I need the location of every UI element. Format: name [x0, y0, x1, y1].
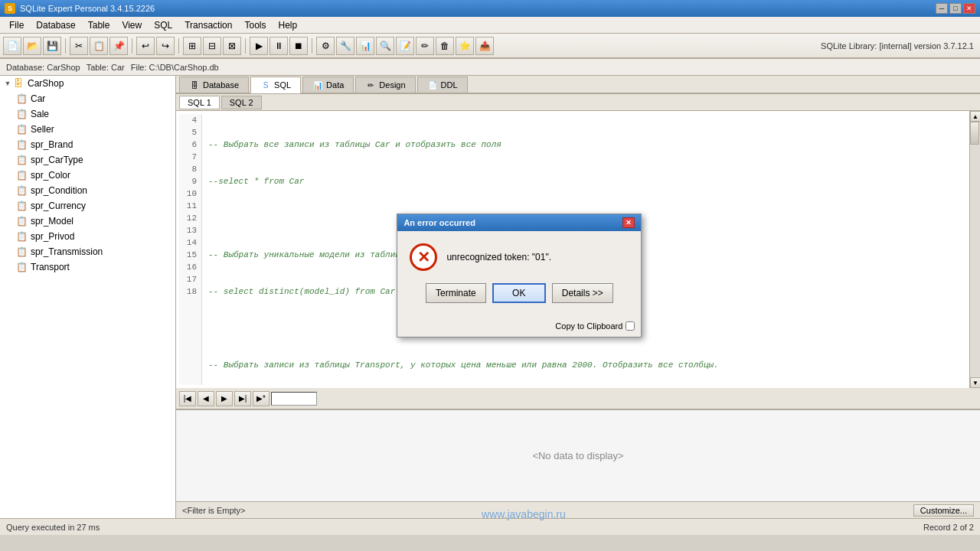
dialog-message: unrecognized token: "01".: [446, 252, 551, 262]
tree-item-spr-color[interactable]: 📋 spr_Color: [0, 168, 175, 183]
nav-prev[interactable]: ◀: [198, 391, 214, 406]
table-label: Sale: [31, 109, 49, 119]
toolbar-b5[interactable]: ⏸: [270, 37, 288, 55]
toolbar-cut[interactable]: ✂: [70, 37, 88, 55]
toolbar-b6[interactable]: ⏹: [289, 37, 308, 55]
tab-database[interactable]: 🗄 Database: [179, 77, 249, 93]
terminate-button[interactable]: Terminate: [426, 283, 486, 303]
db-tab-icon: 🗄: [189, 80, 200, 90]
menu-file[interactable]: File: [3, 18, 30, 32]
dialog-title: An error occurred: [403, 218, 475, 227]
record-input[interactable]: [271, 392, 317, 406]
scroll-thumb[interactable]: [970, 122, 979, 145]
maximize-button[interactable]: □: [949, 3, 962, 14]
tab-design[interactable]: ✏ Design: [355, 77, 415, 93]
menu-bar: File Database Table View SQL Transaction…: [0, 17, 980, 34]
tree-item-spr-privod[interactable]: 📋 spr_Privod: [0, 229, 175, 244]
tree-item-sale[interactable]: 📋 Sale: [0, 106, 175, 122]
table-icon: 📋: [15, 215, 28, 227]
sql-tab-icon: S: [260, 80, 271, 90]
tree-item-spr-transmission[interactable]: 📋 spr_Transmission: [0, 244, 175, 259]
toolbar-paste[interactable]: 📌: [109, 37, 128, 55]
tree-item-spr-brand[interactable]: 📋 spr_Brand: [0, 137, 175, 152]
toolbar-b10[interactable]: 🔍: [376, 37, 394, 55]
menu-transaction[interactable]: Transaction: [178, 18, 238, 32]
scroll-up[interactable]: ▲: [970, 111, 980, 122]
toolbar-b12[interactable]: ✏: [416, 37, 434, 55]
tree-item-spr-cartype[interactable]: 📋 spr_CarType: [0, 152, 175, 168]
tree-root[interactable]: ▼ 🗄 CarShop: [0, 76, 175, 91]
status-bar: Query executed in 27 ms Record 2 of 2: [0, 518, 980, 535]
nav-next[interactable]: ▶: [216, 391, 233, 406]
toolbar-new[interactable]: 📄: [3, 37, 21, 55]
toolbars: 📄 📂 💾 ✂ 📋 📌 ↩ ↪ ⊞ ⊟ ⊠ ▶ ⏸ ⏹ ⚙ 🔧 📊 🔍 📝 ✏ …: [0, 34, 980, 59]
title-bar: S SQLite Expert Personal 3.4.15.2226 ─ □…: [0, 0, 980, 17]
toolbar-copy[interactable]: 📋: [90, 37, 108, 55]
sql-tab-bar: SQL 1 SQL 2: [176, 94, 980, 111]
code-line-10: -- Выбрать записи из таблицы Transport, …: [208, 359, 966, 371]
toolbar-b13[interactable]: 🗑: [436, 37, 454, 55]
minimize-button[interactable]: ─: [936, 3, 948, 14]
db-icon: 🗄: [12, 77, 24, 90]
copy-checkbox[interactable]: [626, 321, 635, 331]
table-label: spr_Color: [31, 170, 70, 181]
toolbar-sep1: [65, 38, 66, 54]
sqlite-version: SQLite Library: [internal] version 3.7.1…: [821, 41, 974, 51]
table-icon: 📋: [15, 154, 28, 166]
tab-sql[interactable]: S SQL: [250, 77, 301, 93]
ok-button[interactable]: OK: [492, 283, 546, 303]
toolbar-b9[interactable]: 📊: [356, 37, 374, 55]
toolbar-b4[interactable]: ▶: [250, 37, 268, 55]
sql-tab-1[interactable]: SQL 1: [179, 96, 220, 109]
toolbar-b7[interactable]: ⚙: [316, 37, 335, 55]
tab-ddl[interactable]: 📄 DDL: [417, 77, 468, 93]
toolbar-b2[interactable]: ⊟: [203, 37, 221, 55]
toolbar-left: 📄 📂 💾 ✂ 📋 📌 ↩ ↪ ⊞ ⊟ ⊠ ▶ ⏸ ⏹ ⚙ 🔧 📊 🔍 📝 ✏ …: [0, 34, 497, 58]
menu-view[interactable]: View: [116, 18, 148, 32]
sql-tab-2[interactable]: SQL 2: [221, 96, 262, 109]
tree-item-seller[interactable]: 📋 Seller: [0, 122, 175, 137]
tree-item-spr-condition[interactable]: 📋 spr_Condition: [0, 183, 175, 198]
menu-sql[interactable]: SQL: [148, 18, 178, 32]
line-numbers: 4 5 6 7 8 9 10 11 12 13 14 15 16 17 18: [179, 114, 202, 385]
toolbar-sep2: [132, 38, 132, 54]
expand-icon: ▼: [3, 79, 12, 88]
dialog-footer: Copy to Clipboard: [397, 321, 641, 337]
nav-new[interactable]: ▶*: [253, 391, 270, 406]
tree-item-spr-currency[interactable]: 📋 spr_Currency: [0, 198, 175, 214]
menu-database[interactable]: Database: [30, 18, 81, 32]
toolbar-b1[interactable]: ⊞: [183, 37, 201, 55]
toolbar-undo[interactable]: ↩: [136, 37, 155, 55]
toolbar-b8[interactable]: 🔧: [336, 37, 354, 55]
menu-tools[interactable]: Tools: [238, 18, 272, 32]
toolbar-b15[interactable]: 📤: [475, 37, 494, 55]
nav-first[interactable]: |◀: [179, 391, 196, 406]
dialog-close-button[interactable]: ✕: [622, 217, 635, 228]
tree-item-transport[interactable]: 📋 Transport: [0, 259, 175, 275]
tree-item-spr-model[interactable]: 📋 spr_Model: [0, 214, 175, 229]
tree-item-car[interactable]: 📋 Car: [0, 91, 175, 106]
code-line-5: --select * from Car: [208, 175, 966, 187]
toolbar-save[interactable]: 💾: [43, 37, 61, 55]
menu-table[interactable]: Table: [82, 18, 116, 32]
vertical-scrollbar[interactable]: ▲ ▼: [969, 111, 980, 388]
error-dialog: An error occurred ✕ ✕ unrecognized token…: [397, 214, 642, 337]
scroll-track[interactable]: [970, 122, 980, 377]
nav-last[interactable]: ▶|: [234, 391, 251, 406]
toolbar-b3[interactable]: ⊠: [223, 37, 241, 55]
details-button[interactable]: Details >>: [552, 283, 613, 303]
menu-help[interactable]: Help: [272, 18, 303, 32]
close-button[interactable]: ✕: [963, 3, 975, 14]
scroll-down[interactable]: ▼: [970, 377, 980, 388]
toolbar-b14[interactable]: ⭐: [456, 37, 474, 55]
no-data-label: <No data to display>: [532, 450, 623, 461]
toolbar-redo[interactable]: ↪: [156, 37, 175, 55]
tab-data[interactable]: 📊 Data: [302, 77, 354, 93]
table-icon: 📋: [15, 230, 28, 243]
filter-bar: <Filter is Empty> Customize...: [176, 501, 980, 518]
copy-label: Copy to Clipboard: [555, 321, 622, 331]
customize-button[interactable]: Customize...: [913, 504, 974, 517]
table-label: spr_Condition: [31, 185, 87, 196]
toolbar-open[interactable]: 📂: [23, 37, 41, 55]
toolbar-b11[interactable]: 📝: [396, 37, 414, 55]
